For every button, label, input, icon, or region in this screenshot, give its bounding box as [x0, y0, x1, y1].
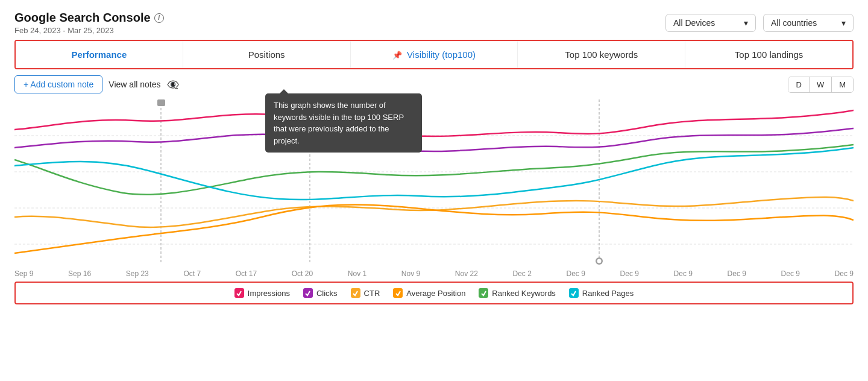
info-icon[interactable]: i: [154, 13, 164, 23]
period-selector: D W M: [788, 77, 854, 93]
devices-dropdown[interactable]: All Devices ▾: [665, 14, 756, 32]
tooltip-box: This graph shows the number of keywords …: [265, 93, 422, 153]
current-marker-inner: [597, 259, 602, 263]
eye-slash-icon[interactable]: 👁‍🗨: [167, 79, 179, 90]
view-notes-button[interactable]: View all notes: [108, 80, 160, 89]
header-left: Google Search Console i Feb 24, 2023 - M…: [14, 11, 164, 35]
chevron-down-icon: ▾: [841, 18, 846, 28]
ranked-keywords-checkbox[interactable]: [479, 288, 488, 298]
add-note-button[interactable]: + Add custom note: [14, 75, 102, 93]
page-title: Google Search Console i: [14, 11, 164, 25]
period-day-button[interactable]: D: [788, 77, 809, 92]
chevron-down-icon: ▾: [744, 18, 748, 28]
ctr-checkbox[interactable]: [351, 288, 360, 298]
title-text: Google Search Console: [14, 11, 151, 25]
avg-position-line: [14, 204, 854, 253]
tabs-bar: Performance Positions 📌 Visibility (top1…: [14, 40, 854, 69]
countries-label: All countries: [771, 18, 817, 28]
legend-impressions[interactable]: Impressions: [234, 288, 290, 298]
tab-visibility[interactable]: 📌 Visibility (top100): [351, 41, 518, 68]
tab-positions[interactable]: Positions: [183, 41, 351, 68]
legend-ctr[interactable]: CTR: [351, 288, 380, 298]
impressions-line: [14, 110, 854, 136]
pin-icon: 📌: [392, 51, 402, 60]
period-week-button[interactable]: W: [810, 77, 832, 92]
tab-top100keywords[interactable]: Top 100 keywords: [518, 41, 685, 68]
ctr-line: [14, 197, 854, 227]
legend-bar: Impressions Clicks CTR Average Position …: [14, 282, 854, 304]
chart-area: [14, 99, 854, 274]
legend-ranked-keywords[interactable]: Ranked Keywords: [479, 288, 556, 298]
clicks-line: [14, 128, 854, 151]
tab-performance[interactable]: Performance: [16, 41, 183, 68]
ranked-pages-checkbox[interactable]: [569, 288, 579, 298]
toolbar-left: + Add custom note View all notes 👁‍🗨: [14, 75, 179, 93]
tab-top100landings[interactable]: Top 100 landings: [685, 41, 852, 68]
countries-dropdown[interactable]: All countries ▾: [763, 14, 854, 32]
toolbar: + Add custom note View all notes 👁‍🗨 D W…: [0, 69, 868, 99]
avg-position-checkbox[interactable]: [393, 288, 403, 298]
ranked-pages-line: [14, 148, 854, 200]
devices-label: All Devices: [673, 18, 715, 28]
impressions-checkbox[interactable]: [234, 288, 244, 298]
tooltip-arrow: [280, 89, 288, 93]
date-range: Feb 24, 2023 - Mar 25, 2023: [14, 26, 164, 35]
ranked-keywords-line: [14, 145, 854, 195]
clicks-checkbox[interactable]: [303, 288, 313, 298]
header-right: All Devices ▾ All countries ▾: [665, 14, 854, 32]
chart-svg: [14, 99, 854, 274]
period-month-button[interactable]: M: [832, 77, 853, 92]
legend-avg-position[interactable]: Average Position: [393, 288, 465, 298]
page-header: Google Search Console i Feb 24, 2023 - M…: [0, 0, 868, 40]
legend-clicks[interactable]: Clicks: [303, 288, 338, 298]
legend-ranked-pages[interactable]: Ranked Pages: [569, 288, 634, 298]
note-pin-1[interactable]: [157, 99, 165, 106]
